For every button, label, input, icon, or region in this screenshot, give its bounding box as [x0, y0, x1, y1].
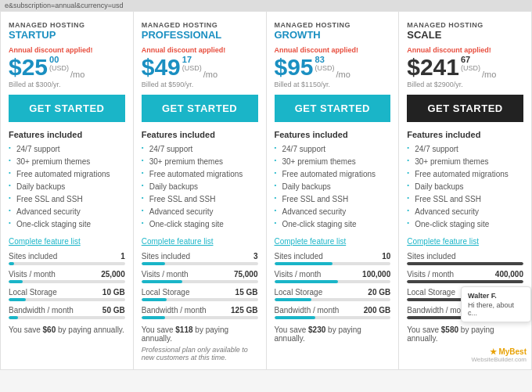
savings-note: You save $60 by paying annually.: [9, 325, 125, 334]
feature-list: 24/7 support30+ premium themesFree autom…: [407, 143, 523, 231]
billed-at: Billed at $1150/yr.: [275, 81, 391, 88]
stat-label: Sites included: [142, 252, 190, 261]
stat-row: Local Storage20 GB: [275, 288, 391, 297]
stat-bar-fill: [142, 316, 165, 319]
complete-feature-link[interactable]: Complete feature list: [9, 237, 125, 246]
stat-row: Sites included3: [142, 252, 258, 261]
stat-row: Bandwidth / month50 GB: [9, 306, 125, 315]
price-currency: (USD): [461, 64, 480, 72]
plans-container: MANAGED HOSTINGSTARTUPAnnual discount ap…: [0, 11, 532, 370]
billed-at: Billed at $590/yr.: [142, 81, 258, 88]
plan-type-label: MANAGED HOSTING: [9, 21, 125, 29]
price-per-month: /mo: [70, 70, 84, 79]
plan-professional: MANAGED HOSTINGPROFESSIONALAnnual discou…: [133, 11, 266, 370]
list-item: 30+ premium themes: [142, 156, 258, 168]
plan-startup: MANAGED HOSTINGSTARTUPAnnual discount ap…: [0, 11, 133, 370]
plan-name: GROWTH: [275, 29, 391, 41]
get-started-button[interactable]: GET STARTED: [275, 95, 391, 122]
plan-name: SCALE: [407, 29, 523, 41]
stat-row: Visits / month25,000: [9, 270, 125, 279]
stat-bar: [275, 316, 391, 319]
list-item: Daily backups: [142, 181, 258, 193]
stats-section: Sites included10Visits / month100,000Loc…: [275, 252, 391, 319]
stat-bar-fill: [275, 280, 339, 283]
stat-value: 50 GB: [102, 306, 125, 315]
stat-bar: [407, 262, 523, 265]
stat-bar-fill: [9, 298, 26, 301]
price-per-month: /mo: [482, 70, 496, 79]
savings-note: You save $230 by paying annually.: [275, 325, 391, 343]
list-item: 24/7 support: [142, 143, 258, 156]
stat-row: Visits / month75,000: [142, 270, 258, 279]
price-currency: (USD): [315, 64, 335, 72]
plan-scale: MANAGED HOSTINGSCALEAnnual discount appl…: [398, 11, 532, 370]
stat-row: Local Storage15 GB: [142, 288, 258, 297]
features-title: Features included: [142, 130, 258, 139]
list-item: Free SSL and SSH: [9, 193, 125, 206]
stat-bar: [142, 298, 258, 301]
list-item: One-click staging site: [142, 218, 258, 231]
list-item: 24/7 support: [407, 143, 523, 156]
list-item: Advanced security: [142, 206, 258, 218]
get-started-button[interactable]: GET STARTED: [142, 95, 258, 122]
stat-value: 25,000: [101, 270, 125, 279]
stat-label: Sites included: [407, 252, 455, 261]
chat-popup-text: Hi there, about c...: [468, 301, 524, 317]
stat-bar: [9, 316, 125, 319]
stat-label: Visits / month: [407, 270, 454, 279]
pro-note: Professional plan only available to new …: [142, 346, 258, 361]
stat-value: 125 GB: [231, 306, 257, 315]
chat-popup: Walter F.Hi there, about c...: [461, 286, 531, 322]
stat-bar: [9, 298, 125, 301]
plan-name: STARTUP: [9, 29, 125, 41]
stat-bar-fill: [407, 262, 523, 265]
plan-name: PROFESSIONAL: [142, 29, 258, 41]
get-started-button[interactable]: GET STARTED: [9, 95, 125, 122]
stat-label: Local Storage: [407, 288, 455, 297]
stat-bar-fill: [9, 262, 14, 265]
stat-row: Visits / month100,000: [275, 270, 391, 279]
price-per-month: /mo: [336, 70, 350, 79]
stat-bar: [275, 280, 391, 283]
stat-label: Sites included: [275, 252, 323, 261]
plan-header-growth: MANAGED HOSTINGGROWTH: [275, 21, 391, 41]
price-main: $95: [275, 56, 314, 79]
billed-at: Billed at $300/yr.: [9, 81, 125, 88]
stat-bar-fill: [142, 298, 167, 301]
complete-feature-link[interactable]: Complete feature list: [407, 237, 523, 246]
complete-feature-link[interactable]: Complete feature list: [142, 237, 258, 246]
features-title: Features included: [275, 130, 391, 139]
list-item: One-click staging site: [9, 218, 125, 231]
price-main: $241: [407, 56, 459, 79]
stat-bar: [407, 280, 523, 283]
get-started-button[interactable]: GET STARTED: [407, 95, 523, 122]
plan-type-label: MANAGED HOSTING: [275, 21, 391, 29]
stat-label: Local Storage: [275, 288, 323, 297]
list-item: Free automated migrations: [9, 168, 125, 181]
watermark-brand: ★ MyBest: [490, 347, 527, 356]
price-currency: (USD): [182, 64, 202, 72]
price-row: $2500(USD)/mo: [9, 56, 125, 79]
billed-at: Billed at $2900/yr.: [407, 81, 523, 88]
stat-value: 20 GB: [368, 288, 390, 297]
list-item: Daily backups: [275, 181, 391, 193]
stat-value: 10 GB: [102, 288, 125, 297]
savings-note: You save $118 by paying annually.: [142, 325, 258, 343]
stat-bar: [142, 280, 258, 283]
complete-feature-link[interactable]: Complete feature list: [275, 237, 391, 246]
plan-type-label: MANAGED HOSTING: [142, 21, 258, 29]
stat-row: Bandwidth / month200 GB: [275, 306, 391, 315]
list-item: Advanced security: [9, 206, 125, 218]
list-item: Advanced security: [407, 206, 523, 218]
stat-value: 75,000: [234, 270, 258, 279]
price-cents: 17: [182, 56, 202, 64]
stat-bar-fill: [275, 298, 312, 301]
discount-badge: Annual discount applied!: [142, 46, 258, 54]
stat-bar-fill: [275, 316, 315, 319]
discount-badge: Annual discount applied!: [275, 46, 391, 54]
stat-bar-fill: [142, 280, 182, 283]
stats-section: Sites included3Visits / month75,000Local…: [142, 252, 258, 319]
stat-row: Sites included10: [275, 252, 391, 261]
stat-row: Bandwidth / month125 GB: [142, 306, 258, 315]
discount-badge: Annual discount applied!: [407, 46, 523, 54]
